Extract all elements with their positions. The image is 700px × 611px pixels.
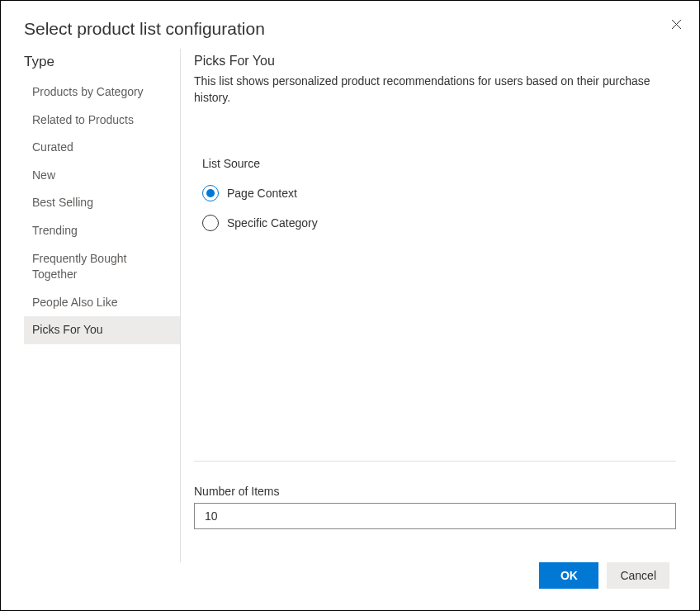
radio-indicator xyxy=(202,215,219,231)
radio-label: Page Context xyxy=(227,187,297,200)
sidebar-item-new[interactable]: New xyxy=(24,162,180,190)
content-top: Picks For You This list shows personaliz… xyxy=(194,54,676,462)
dialog-body: Type Products by Category Related to Pro… xyxy=(1,49,699,562)
main-panel: Picks For You This list shows personaliz… xyxy=(181,49,676,562)
sidebar-heading: Type xyxy=(24,54,180,70)
sidebar-item-products-by-category[interactable]: Products by Category xyxy=(24,78,180,107)
number-of-items-label: Number of Items xyxy=(194,485,676,498)
number-of-items-input[interactable] xyxy=(194,503,676,529)
sidebar-item-frequently-bought-together[interactable]: Frequently Bought Together xyxy=(24,245,180,289)
radio-indicator xyxy=(202,185,219,201)
dialog-footer: OK Cancel xyxy=(1,562,699,610)
list-source-label: List Source xyxy=(202,157,676,170)
sidebar-item-curated[interactable]: Curated xyxy=(24,134,180,162)
sidebar-item-people-also-like[interactable]: People Also Like xyxy=(24,289,180,317)
radio-specific-category[interactable]: Specific Category xyxy=(202,208,676,238)
sidebar-item-picks-for-you[interactable]: Picks For You xyxy=(24,316,180,344)
cancel-button[interactable]: Cancel xyxy=(607,562,669,589)
main-heading: Picks For You xyxy=(194,54,676,69)
content-bottom: Number of Items xyxy=(194,462,676,562)
sidebar-item-trending[interactable]: Trending xyxy=(24,217,180,245)
dialog-title: Select product list configuration xyxy=(24,19,676,39)
radio-page-context[interactable]: Page Context xyxy=(202,178,676,208)
dialog: Select product list configuration Type P… xyxy=(0,0,700,611)
ok-button[interactable]: OK xyxy=(539,562,598,589)
radio-label: Specific Category xyxy=(227,216,318,230)
close-icon xyxy=(671,19,682,30)
radio-dot-icon xyxy=(206,189,215,197)
sidebar-item-best-selling[interactable]: Best Selling xyxy=(24,189,180,217)
close-button[interactable] xyxy=(669,17,683,31)
main-description: This list shows personalized product rec… xyxy=(194,73,676,106)
dialog-header: Select product list configuration xyxy=(1,1,699,49)
sidebar-item-related-to-products[interactable]: Related to Products xyxy=(24,107,180,135)
sidebar: Type Products by Category Related to Pro… xyxy=(24,49,181,562)
